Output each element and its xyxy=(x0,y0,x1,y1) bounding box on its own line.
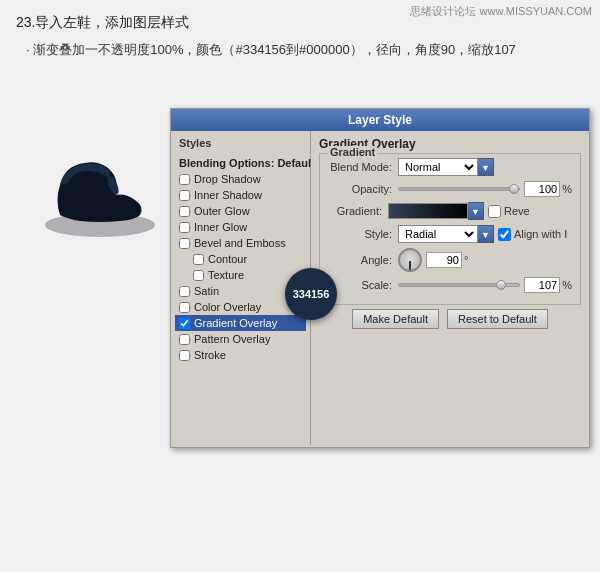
scale-slider-track[interactable] xyxy=(398,283,520,287)
style-label: Style: xyxy=(328,228,398,240)
style-select[interactable]: Radial Linear Angle xyxy=(398,225,478,243)
contour-checkbox[interactable] xyxy=(193,254,204,265)
style-item-inner-glow[interactable]: Inner Glow xyxy=(175,219,306,235)
gradient-section: Gradient Blend Mode: Normal Multiply Scr… xyxy=(319,153,581,305)
blend-mode-row: Blend Mode: Normal Multiply Screen ▼ xyxy=(328,158,572,176)
style-item-pattern-overlay[interactable]: Pattern Overlay xyxy=(175,331,306,347)
texture-label: Texture xyxy=(208,269,244,281)
outer-glow-checkbox[interactable] xyxy=(179,206,190,217)
reset-default-button[interactable]: Reset to Default xyxy=(447,309,548,329)
style-row: Style: Radial Linear Angle ▼ Align with … xyxy=(328,225,572,243)
scale-control: 107 % xyxy=(398,277,572,293)
gradient-row: Gradient: ▼ Reve xyxy=(328,202,572,220)
dialog-titlebar: Layer Style xyxy=(171,109,589,131)
dialog-body: Styles Blending Options: Default Drop Sh… xyxy=(171,131,589,445)
gradient-overlay-label: Gradient Overlay xyxy=(194,317,277,329)
shoe-preview-area xyxy=(30,130,170,260)
scale-unit: % xyxy=(562,279,572,291)
texture-checkbox[interactable] xyxy=(193,270,204,281)
make-default-button[interactable]: Make Default xyxy=(352,309,439,329)
opacity-slider-fill xyxy=(399,188,519,190)
style-item-outer-glow[interactable]: Outer Glow xyxy=(175,203,306,219)
inner-shadow-label: Inner Shadow xyxy=(194,189,262,201)
pattern-overlay-checkbox[interactable] xyxy=(179,334,190,345)
opacity-input[interactable]: 100 xyxy=(524,181,560,197)
style-item-contour[interactable]: Contour xyxy=(175,251,306,267)
layer-style-dialog: Layer Style Styles Blending Options: Def… xyxy=(170,108,590,448)
angle-needle xyxy=(409,261,411,270)
dialog-buttons-row: Make Default Reset to Default xyxy=(319,309,581,329)
blend-mode-select[interactable]: Normal Multiply Screen xyxy=(398,158,478,176)
inner-glow-checkbox[interactable] xyxy=(179,222,190,233)
bevel-emboss-checkbox[interactable] xyxy=(179,238,190,249)
styles-label: Styles xyxy=(175,135,306,151)
angle-input[interactable]: 90 xyxy=(426,252,462,268)
blend-mode-arrow-icon[interactable]: ▼ xyxy=(478,158,494,176)
gradient-arrow-icon[interactable]: ▼ xyxy=(468,202,484,220)
blend-mode-control: Normal Multiply Screen ▼ xyxy=(398,158,572,176)
step-desc: · 渐变叠加一不透明度100%，颜色（#334156到#000000），径向，角… xyxy=(26,40,584,61)
color-overlay-label: Color Overlay xyxy=(194,301,261,313)
stroke-label: Stroke xyxy=(194,349,226,361)
inner-shadow-checkbox[interactable] xyxy=(179,190,190,201)
style-item-inner-shadow[interactable]: Inner Shadow xyxy=(175,187,306,203)
style-item-drop-shadow[interactable]: Drop Shadow xyxy=(175,171,306,187)
align-checkbox[interactable] xyxy=(498,228,511,241)
blending-options-label: Blending Options: Default xyxy=(179,157,315,169)
style-item-blending[interactable]: Blending Options: Default xyxy=(175,155,306,171)
blend-mode-label: Blend Mode: xyxy=(328,161,398,173)
opacity-control: 100 % xyxy=(398,181,572,197)
angle-dial[interactable] xyxy=(398,248,422,272)
gradient-label: Gradient: xyxy=(328,205,388,217)
satin-checkbox[interactable] xyxy=(179,286,190,297)
bevel-emboss-label: Bevel and Emboss xyxy=(194,237,286,249)
style-item-bevel-emboss[interactable]: Bevel and Emboss xyxy=(175,235,306,251)
style-arrow-icon[interactable]: ▼ xyxy=(478,225,494,243)
angle-unit: ° xyxy=(464,254,468,266)
opacity-row: Opacity: 100 % xyxy=(328,181,572,197)
watermark: 思绪设计论坛 www.MISSYUAN.COM xyxy=(410,4,592,19)
satin-label: Satin xyxy=(194,285,219,297)
scale-label: Scale: xyxy=(328,279,398,291)
angle-label: Angle: xyxy=(328,254,398,266)
gradient-sub-title: Gradient xyxy=(328,146,377,158)
opacity-slider-track[interactable] xyxy=(398,187,520,191)
pattern-overlay-label: Pattern Overlay xyxy=(194,333,270,345)
drop-shadow-label: Drop Shadow xyxy=(194,173,261,185)
contour-label: Contour xyxy=(208,253,247,265)
gradient-control: ▼ Reve xyxy=(388,202,572,220)
style-item-stroke[interactable]: Stroke xyxy=(175,347,306,363)
opacity-label: Opacity: xyxy=(328,183,398,195)
scale-slider-fill xyxy=(399,284,501,286)
outer-glow-label: Outer Glow xyxy=(194,205,250,217)
style-control: Radial Linear Angle ▼ Align with I xyxy=(398,225,572,243)
drop-shadow-checkbox[interactable] xyxy=(179,174,190,185)
scale-input[interactable]: 107 xyxy=(524,277,560,293)
angle-row: Angle: 90 ° xyxy=(328,248,572,272)
stroke-checkbox[interactable] xyxy=(179,350,190,361)
angle-control: 90 ° xyxy=(398,248,572,272)
reverse-checkbox-group: Reve xyxy=(488,205,530,218)
inner-glow-label: Inner Glow xyxy=(194,221,247,233)
color-overlay-checkbox[interactable] xyxy=(179,302,190,313)
align-label: Align with I xyxy=(514,228,567,240)
align-checkbox-group: Align with I xyxy=(498,228,567,241)
opacity-unit: % xyxy=(562,183,572,195)
scale-slider-thumb[interactable] xyxy=(496,280,506,290)
color-badge: 334156 xyxy=(285,268,337,320)
style-item-texture[interactable]: Texture xyxy=(175,267,306,283)
shoe-shape xyxy=(40,145,160,245)
opacity-slider-thumb[interactable] xyxy=(509,184,519,194)
color-badge-text: 334156 xyxy=(293,288,330,300)
gradient-preview[interactable] xyxy=(388,203,468,219)
reverse-label: Reve xyxy=(504,205,530,217)
scale-row: Scale: 107 % xyxy=(328,277,572,293)
gradient-overlay-checkbox[interactable] xyxy=(179,318,190,329)
reverse-checkbox[interactable] xyxy=(488,205,501,218)
settings-panel: Gradient Overlay Gradient Blend Mode: No… xyxy=(311,131,589,445)
style-item-gradient-overlay[interactable]: Gradient Overlay xyxy=(175,315,306,331)
